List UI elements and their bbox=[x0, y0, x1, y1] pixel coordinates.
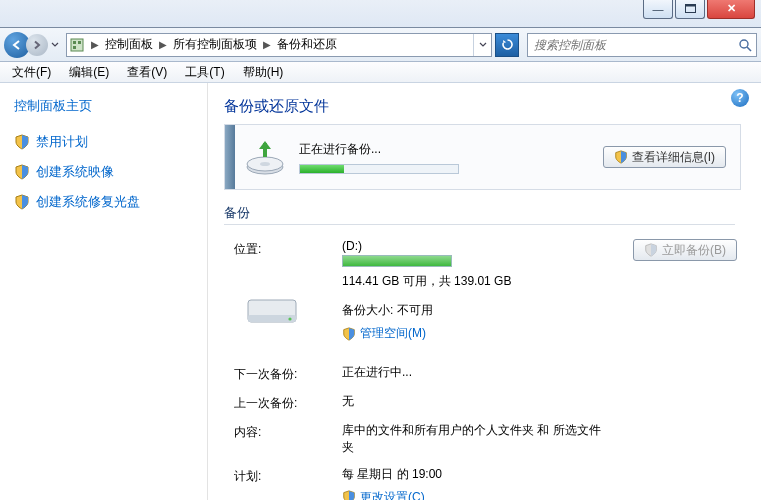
forward-button[interactable] bbox=[26, 34, 48, 56]
progress-status-text: 正在进行备份... bbox=[299, 141, 603, 158]
search-icon bbox=[734, 38, 756, 52]
shield-icon bbox=[14, 134, 30, 150]
location-label: 位置: bbox=[234, 239, 342, 258]
address-bar[interactable]: ▶ 控制面板▶ 所有控制面板项▶ 备份和还原 bbox=[66, 33, 492, 57]
sidebar-task-disable-schedule[interactable]: 禁用计划 bbox=[14, 133, 197, 151]
view-details-label: 查看详细信息(I) bbox=[632, 149, 715, 166]
search-input[interactable] bbox=[528, 38, 734, 52]
svg-rect-3 bbox=[73, 41, 76, 44]
sidebar-task-create-image[interactable]: 创建系统映像 bbox=[14, 163, 197, 181]
shield-icon bbox=[14, 194, 30, 210]
refresh-button[interactable] bbox=[495, 33, 519, 57]
minimize-button[interactable]: — bbox=[643, 0, 673, 19]
next-backup-value: 正在进行中... bbox=[342, 364, 615, 381]
arrow-right-icon bbox=[32, 40, 42, 50]
menu-view[interactable]: 查看(V) bbox=[119, 62, 175, 83]
location-value: (D:) bbox=[342, 239, 615, 253]
breadcrumb-separator: ▶ bbox=[259, 39, 275, 50]
breadcrumb-separator: ▶ bbox=[87, 39, 103, 50]
sidebar: 控制面板主页 禁用计划 创建系统映像 创建系统修复光盘 bbox=[0, 83, 208, 500]
breadcrumb-item[interactable]: 控制面板 bbox=[103, 36, 155, 53]
drive-usage-bar bbox=[342, 255, 452, 267]
page-heading: 备份或还原文件 bbox=[224, 97, 745, 116]
main-pane: ? 备份或还原文件 正在进行备份... 查看 bbox=[208, 83, 761, 500]
manage-space-label: 管理空间(M) bbox=[360, 325, 426, 342]
menu-tools[interactable]: 工具(T) bbox=[177, 62, 232, 83]
svg-point-13 bbox=[288, 317, 291, 320]
view-details-button[interactable]: 查看详细信息(I) bbox=[603, 146, 726, 168]
arrow-left-icon bbox=[11, 39, 23, 51]
breadcrumb-item[interactable]: 所有控制面板项 bbox=[171, 36, 259, 53]
change-settings-label: 更改设置(C) bbox=[360, 489, 425, 501]
breadcrumb-item[interactable]: 备份和还原 bbox=[275, 36, 339, 53]
sidebar-task-create-repair-disc[interactable]: 创建系统修复光盘 bbox=[14, 193, 197, 211]
maximize-icon bbox=[685, 4, 696, 13]
sidebar-home-link[interactable]: 控制面板主页 bbox=[14, 97, 197, 115]
backup-progress-icon bbox=[235, 137, 295, 177]
breadcrumb-separator: ▶ bbox=[155, 39, 171, 50]
svg-point-6 bbox=[740, 40, 748, 48]
backup-size-text: 备份大小: 不可用 bbox=[342, 302, 615, 319]
sidebar-task-label: 禁用计划 bbox=[36, 133, 88, 151]
space-text: 114.41 GB 可用，共 139.01 GB bbox=[342, 273, 615, 290]
navigation-bar: ▶ 控制面板▶ 所有控制面板项▶ 备份和还原 bbox=[0, 28, 761, 62]
content-area: 控制面板主页 禁用计划 创建系统映像 创建系统修复光盘 ? 备份或还原文件 bbox=[0, 83, 761, 500]
help-button[interactable]: ? bbox=[731, 89, 749, 107]
nav-arrows bbox=[4, 32, 62, 58]
backup-now-label: 立即备份(B) bbox=[662, 242, 726, 259]
search-box[interactable] bbox=[527, 33, 757, 57]
last-backup-value: 无 bbox=[342, 393, 615, 410]
shield-icon bbox=[644, 243, 658, 257]
drive-icon bbox=[244, 292, 300, 330]
menu-help[interactable]: 帮助(H) bbox=[235, 62, 292, 83]
schedule-value: 每 星期日 的 19:00 bbox=[342, 466, 615, 483]
chevron-down-icon bbox=[51, 42, 59, 48]
control-panel-icon bbox=[67, 35, 87, 55]
svg-rect-4 bbox=[78, 41, 81, 44]
next-backup-label: 下一次备份: bbox=[234, 364, 342, 383]
content-value: 库中的文件和所有用户的个人文件夹 和 所选文件夹 bbox=[342, 422, 602, 456]
nav-history-dropdown[interactable] bbox=[48, 35, 62, 55]
refresh-icon bbox=[501, 38, 514, 51]
backup-progress-box: 正在进行备份... 查看详细信息(I) bbox=[224, 124, 741, 190]
manage-space-link[interactable]: 管理空间(M) bbox=[342, 325, 426, 342]
section-separator bbox=[224, 224, 735, 225]
menu-bar: 文件(F) 编辑(E) 查看(V) 工具(T) 帮助(H) bbox=[0, 62, 761, 83]
backup-now-button[interactable]: 立即备份(B) bbox=[633, 239, 737, 261]
svg-point-10 bbox=[260, 162, 270, 166]
svg-line-7 bbox=[747, 47, 751, 51]
menu-edit[interactable]: 编辑(E) bbox=[61, 62, 117, 83]
svg-rect-2 bbox=[71, 39, 83, 51]
sidebar-task-label: 创建系统映像 bbox=[36, 163, 114, 181]
schedule-label: 计划: bbox=[234, 466, 342, 485]
sidebar-task-label: 创建系统修复光盘 bbox=[36, 193, 140, 211]
shield-icon bbox=[342, 327, 356, 341]
content-label: 内容: bbox=[234, 422, 342, 441]
section-backup-title: 备份 bbox=[224, 204, 745, 222]
chevron-down-icon bbox=[479, 42, 487, 48]
address-dropdown[interactable] bbox=[473, 34, 491, 56]
svg-rect-5 bbox=[73, 46, 76, 49]
progress-bar bbox=[299, 164, 459, 174]
svg-rect-1 bbox=[685, 5, 695, 7]
menu-file[interactable]: 文件(F) bbox=[4, 62, 59, 83]
shield-icon bbox=[614, 150, 628, 164]
maximize-button[interactable] bbox=[675, 0, 705, 19]
last-backup-label: 上一次备份: bbox=[234, 393, 342, 412]
window-titlebar: — ✕ bbox=[0, 0, 761, 28]
progress-box-accent bbox=[225, 125, 235, 189]
close-button[interactable]: ✕ bbox=[707, 0, 755, 19]
change-settings-link[interactable]: 更改设置(C) bbox=[342, 489, 425, 501]
shield-icon bbox=[342, 490, 356, 500]
window-controls: — ✕ bbox=[643, 0, 755, 19]
shield-icon bbox=[14, 164, 30, 180]
progress-info: 正在进行备份... bbox=[295, 141, 603, 174]
